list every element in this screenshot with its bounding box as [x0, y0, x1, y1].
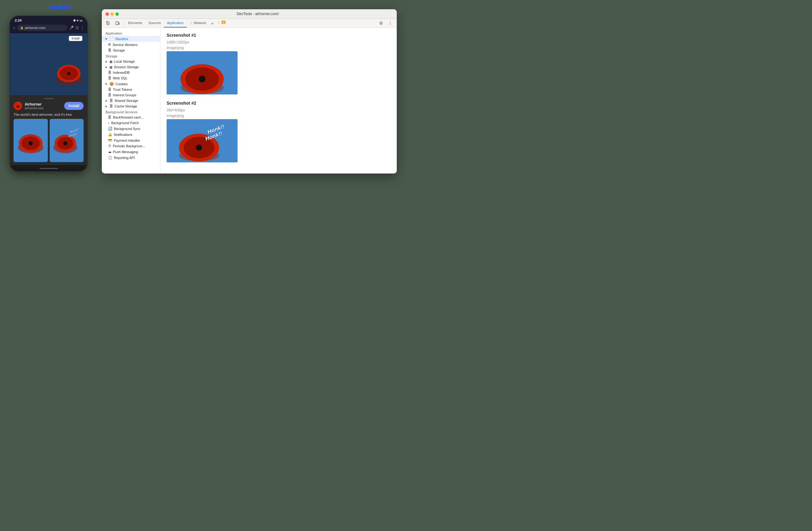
- screenshot-1-size: 1080×1920px: [166, 40, 391, 44]
- svg-rect-19: [106, 21, 108, 23]
- shared-storage-label: Shared Storage: [114, 99, 138, 102]
- svg-point-6: [17, 106, 18, 107]
- svg-rect-23: [116, 22, 118, 25]
- notifications-icon: 🔔: [108, 132, 112, 137]
- devtools-window: DevTools - airhorner.com/ Elements Sourc…: [102, 9, 397, 173]
- phone-screenshot-2: Honk!! Honk!!: [50, 119, 84, 162]
- app-icon-graphic: [15, 103, 21, 108]
- maximize-button[interactable]: [115, 12, 119, 16]
- phone-url-bar[interactable]: 🔒 airhorner.com: [17, 25, 67, 31]
- chevron-icon: ▶: [105, 37, 107, 40]
- cache-storage-label: Cache Storage: [114, 104, 137, 108]
- phone-url-text: airhorner.com: [25, 26, 45, 30]
- indexeddb-label: IndexedDB: [113, 71, 130, 74]
- sidebar-item-background-fetch[interactable]: ↕ Background Fetch: [102, 120, 160, 126]
- sidebar-item-service-workers[interactable]: ⚙ Service Workers: [102, 42, 160, 47]
- sidebar-item-storage[interactable]: 🗄 Storage: [102, 47, 160, 53]
- phone-nav-pill: [40, 168, 58, 169]
- reporting-api-icon: 📋: [108, 156, 112, 159]
- mobile-label: Mobile: [49, 3, 71, 11]
- background-fetch-icon: ↕: [108, 121, 110, 125]
- tab-elements[interactable]: Elements: [125, 19, 145, 27]
- phone-screenshots-row: Honk!! Honk!!: [14, 119, 84, 162]
- sidebar-item-trust-tokens[interactable]: 🗄 Trust Tokens: [102, 87, 160, 92]
- chevron-icon: ▶: [105, 82, 107, 85]
- phone-main-content: Install: [10, 33, 87, 95]
- svg-point-34: [196, 144, 202, 151]
- phone-time: 2:24: [15, 18, 21, 22]
- chevron-icon: ▶: [105, 99, 107, 102]
- phone-nav-bar: [10, 165, 87, 171]
- sidebar-item-shared-storage[interactable]: ▶ 🗄 Shared Storage: [102, 98, 160, 103]
- sidebar-item-local-storage[interactable]: ▶ ▦ Local Storage: [102, 59, 160, 64]
- screenshot1-svg: [166, 51, 237, 95]
- sidebar-section-storage: Storage: [102, 53, 160, 59]
- phone-frame: 2:24 ✱ ▾ ▭ ⌂ 🔒 airhorner.com 🎤 ⊡ ⋮ Insta…: [9, 15, 88, 172]
- sidebar-item-websql[interactable]: 🗄 Web SQL: [102, 75, 160, 81]
- more-tabs-button[interactable]: »: [209, 19, 215, 27]
- inspect-icon[interactable]: [104, 19, 113, 27]
- sidebar-item-manifest[interactable]: ▶ 📄 Manifest: [102, 36, 160, 42]
- tab-separator: [124, 21, 124, 26]
- payment-handler-icon: 💳: [108, 138, 112, 142]
- service-workers-label: Service Workers: [113, 43, 137, 47]
- wifi-icon: ▾: [77, 19, 78, 22]
- backforward-icon: 🗄: [108, 115, 111, 119]
- sidebar-item-background-sync[interactable]: 🔄 Background Sync: [102, 126, 160, 131]
- push-messaging-label: Push Messaging: [113, 150, 138, 154]
- settings-button[interactable]: ⚙: [377, 19, 386, 27]
- sidebar-item-indexeddb[interactable]: 🗄 IndexedDB: [102, 70, 160, 75]
- local-storage-icon: ▦: [110, 60, 112, 63]
- screenshot-2-title: Screenshot #2: [166, 101, 391, 106]
- more-options-button[interactable]: ⋮: [386, 19, 395, 27]
- chevron-icon: ▶: [105, 66, 107, 69]
- more-icon: ⋮: [81, 26, 84, 30]
- install-top-button[interactable]: Install: [69, 36, 82, 41]
- screenshot1-graphic: [14, 119, 48, 162]
- sidebar-item-push-messaging[interactable]: ☁ Push Messaging: [102, 149, 160, 155]
- sidebar-item-periodic-background[interactable]: ⏱ Periodic Backgroun...: [102, 143, 160, 149]
- tab-application[interactable]: Application: [164, 19, 187, 27]
- mobile-phone: 2:24 ✱ ▾ ▭ ⌂ 🔒 airhorner.com 🎤 ⊡ ⋮ Insta…: [9, 15, 89, 172]
- phone-url-actions: 🎤 ⊡ ⋮: [69, 26, 84, 30]
- periodic-background-icon: ⏱: [108, 144, 111, 148]
- screenshot-1-image[interactable]: [166, 51, 237, 95]
- background-sync-label: Background Sync: [114, 127, 140, 130]
- screenshot-2-image[interactable]: Honk!! Honk!!: [166, 119, 237, 163]
- sidebar-item-cookies[interactable]: ▶ 🍪 Cookies: [102, 81, 160, 87]
- tab-network[interactable]: ⚠ Network: [187, 19, 209, 27]
- sidebar-item-session-storage[interactable]: ▶ ▦ Session Storage: [102, 64, 160, 70]
- sidebar-item-interest-groups[interactable]: 🗄 Interest Groups: [102, 92, 160, 98]
- indexeddb-icon: 🗄: [108, 71, 111, 74]
- sidebar-item-notifications[interactable]: 🔔 Notifications: [102, 131, 160, 137]
- tab-icon: ⊡: [76, 26, 79, 30]
- phone-app-row: Airhorner airhorner.com Install: [14, 101, 84, 110]
- svg-point-3: [67, 72, 70, 75]
- devtools-title: DevTools - airhorner.com/: [122, 12, 393, 16]
- screenshot-1-title: Screenshot #1: [166, 33, 391, 38]
- tab-sources[interactable]: Sources: [145, 19, 164, 27]
- cache-storage-icon: 🗄: [110, 104, 113, 108]
- install-button[interactable]: Install: [64, 102, 84, 110]
- manifest-label: Manifest: [115, 37, 128, 41]
- local-storage-label: Local Storage: [114, 59, 135, 63]
- device-icon[interactable]: [113, 19, 122, 27]
- storage-label: Storage: [113, 48, 125, 52]
- payment-handler-label: Payment Handler: [114, 139, 140, 142]
- sidebar-item-reporting-api[interactable]: 📋 Reporting API: [102, 155, 160, 160]
- backforward-label: Back/forward cach...: [113, 115, 144, 119]
- background-sync-icon: 🔄: [108, 127, 112, 130]
- phone-app-info: Airhorner airhorner.com: [25, 102, 62, 110]
- minimize-button[interactable]: [111, 12, 114, 16]
- sidebar-item-cache-storage[interactable]: ▶ 🗄 Cache Storage: [102, 103, 160, 109]
- cookies-icon: 🍪: [110, 82, 114, 86]
- storage-icon: 🗄: [108, 48, 111, 52]
- devtools-titlebar: DevTools - airhorner.com/: [102, 9, 397, 19]
- sidebar-item-payment-handler[interactable]: 💳 Payment Handler: [102, 137, 160, 143]
- svg-point-16: [63, 141, 67, 145]
- battery-icon: ▭: [79, 19, 82, 22]
- sidebar-item-backforward-cache[interactable]: 🗄 Back/forward cach...: [102, 114, 160, 120]
- periodic-background-label: Periodic Backgroun...: [113, 144, 145, 148]
- traffic-lights: [105, 12, 119, 16]
- close-button[interactable]: [105, 12, 109, 16]
